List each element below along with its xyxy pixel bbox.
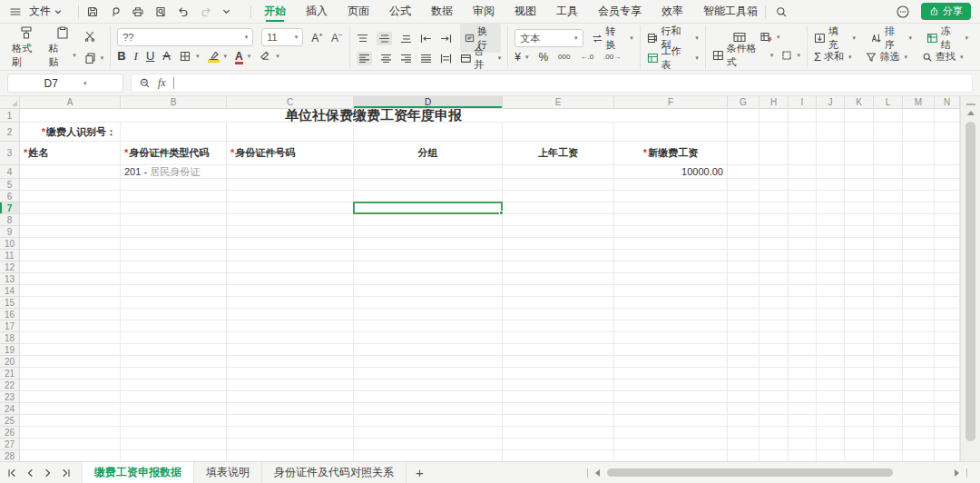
cell-G7[interactable]: [728, 202, 760, 214]
cell-H11[interactable]: [760, 250, 789, 261]
cell-B12[interactable]: [121, 261, 227, 273]
cell-B18[interactable]: [121, 332, 227, 344]
cell-C26[interactable]: [227, 427, 354, 439]
cell-G26[interactable]: [728, 427, 760, 439]
cell-H23[interactable]: [760, 391, 789, 403]
cell-J19[interactable]: [817, 344, 845, 356]
sheet-tab-填表说明[interactable]: 填表说明: [194, 462, 262, 483]
cell-I2[interactable]: [789, 123, 817, 142]
cell-H7[interactable]: [760, 202, 789, 214]
cell-I16[interactable]: [789, 309, 817, 320]
menu-tab-数据[interactable]: 数据: [431, 0, 453, 24]
cell-D24[interactable]: [354, 403, 503, 415]
cell-B9[interactable]: [121, 226, 227, 238]
cell-L19[interactable]: [874, 344, 903, 356]
cell-N11[interactable]: [935, 250, 960, 261]
row-header-11[interactable]: 11: [0, 250, 20, 261]
cell-F14[interactable]: [614, 285, 728, 297]
cell-G13[interactable]: [728, 273, 760, 285]
cell-J21[interactable]: [817, 368, 845, 380]
first-sheet-icon[interactable]: [7, 468, 16, 478]
cell-B13[interactable]: [121, 273, 227, 285]
cell-F13[interactable]: [614, 273, 728, 285]
cell-E3[interactable]: 上年工资: [503, 142, 614, 165]
cell-G10[interactable]: [728, 238, 760, 250]
cell-H27[interactable]: [760, 439, 789, 450]
cell-K2[interactable]: [845, 123, 874, 142]
cell-L14[interactable]: [874, 285, 903, 297]
cell-B17[interactable]: [121, 320, 227, 332]
cell-E4[interactable]: [503, 165, 614, 179]
cell-M22[interactable]: [903, 380, 935, 391]
cell-D11[interactable]: [354, 250, 503, 261]
cell-B7[interactable]: [121, 202, 227, 214]
cell-E6[interactable]: [503, 191, 614, 202]
cell-L6[interactable]: [874, 191, 903, 202]
cell-F8[interactable]: [614, 214, 728, 226]
column-header-A[interactable]: A: [20, 96, 121, 109]
cell-E18[interactable]: [503, 332, 614, 344]
cell-H4[interactable]: [760, 165, 789, 179]
cell-G15[interactable]: [728, 297, 760, 309]
cell-B24[interactable]: [121, 403, 227, 415]
cell-L23[interactable]: [874, 391, 903, 403]
cell-K13[interactable]: [845, 273, 874, 285]
cell-borders-style-button[interactable]: ▾: [781, 50, 800, 61]
cell-G21[interactable]: [728, 368, 760, 380]
cell-L16[interactable]: [874, 309, 903, 320]
cell-E27[interactable]: [503, 439, 614, 450]
cell-H12[interactable]: [760, 261, 789, 273]
cell-M24[interactable]: [903, 403, 935, 415]
cell-L12[interactable]: [874, 261, 903, 273]
split-handle[interactable]: [966, 104, 975, 105]
cell-F16[interactable]: [614, 309, 728, 320]
justify-icon[interactable]: [420, 54, 432, 64]
cell-I13[interactable]: [789, 273, 817, 285]
cell-C22[interactable]: [227, 380, 354, 391]
cell-H13[interactable]: [760, 273, 789, 285]
cell-N23[interactable]: [935, 391, 960, 403]
cell-D21[interactable]: [354, 368, 503, 380]
cell-K11[interactable]: [845, 250, 874, 261]
cell-N14[interactable]: [935, 285, 960, 297]
cell-M12[interactable]: [903, 261, 935, 273]
cell-G24[interactable]: [728, 403, 760, 415]
cell-L24[interactable]: [874, 403, 903, 415]
cell-M6[interactable]: [903, 191, 935, 202]
font-color-button[interactable]: A▾: [235, 50, 250, 63]
cell-N17[interactable]: [935, 320, 960, 332]
increase-indent-icon[interactable]: [440, 34, 452, 44]
cell-C10[interactable]: [227, 238, 354, 250]
copy-button[interactable]: ▾: [83, 52, 104, 64]
column-header-C[interactable]: C: [227, 96, 354, 109]
cell-A18[interactable]: [20, 332, 121, 344]
cell-E24[interactable]: [503, 403, 614, 415]
cell-G19[interactable]: [728, 344, 760, 356]
row-header-6[interactable]: 6: [0, 191, 20, 202]
cell-N16[interactable]: [935, 309, 960, 320]
cell-L27[interactable]: [874, 439, 903, 450]
cut-icon[interactable]: [83, 30, 104, 43]
cell-E2[interactable]: [503, 123, 614, 142]
row-header-26[interactable]: 26: [0, 427, 20, 439]
menu-tab-公式[interactable]: 公式: [389, 0, 411, 24]
align-middle-icon[interactable]: [377, 32, 392, 45]
next-sheet-icon[interactable]: [44, 468, 53, 478]
cell-G23[interactable]: [728, 391, 760, 403]
last-sheet-icon[interactable]: [62, 468, 71, 478]
cell-H9[interactable]: [760, 226, 789, 238]
cell-A3[interactable]: *姓名: [20, 142, 121, 165]
cell-N13[interactable]: [935, 273, 960, 285]
cell-A20[interactable]: [20, 356, 121, 368]
cell-H24[interactable]: [760, 403, 789, 415]
cell-K19[interactable]: [845, 344, 874, 356]
cell-M26[interactable]: [903, 427, 935, 439]
cell-K7[interactable]: [845, 202, 874, 214]
format-painter-button[interactable]: 格式刷: [12, 25, 42, 69]
fx-icon[interactable]: fx: [158, 76, 166, 90]
column-header-K[interactable]: K: [845, 96, 874, 109]
cell-D5[interactable]: [354, 179, 503, 191]
cell-N6[interactable]: [935, 191, 960, 202]
print-icon[interactable]: [132, 5, 144, 18]
cell-J5[interactable]: [817, 179, 845, 191]
